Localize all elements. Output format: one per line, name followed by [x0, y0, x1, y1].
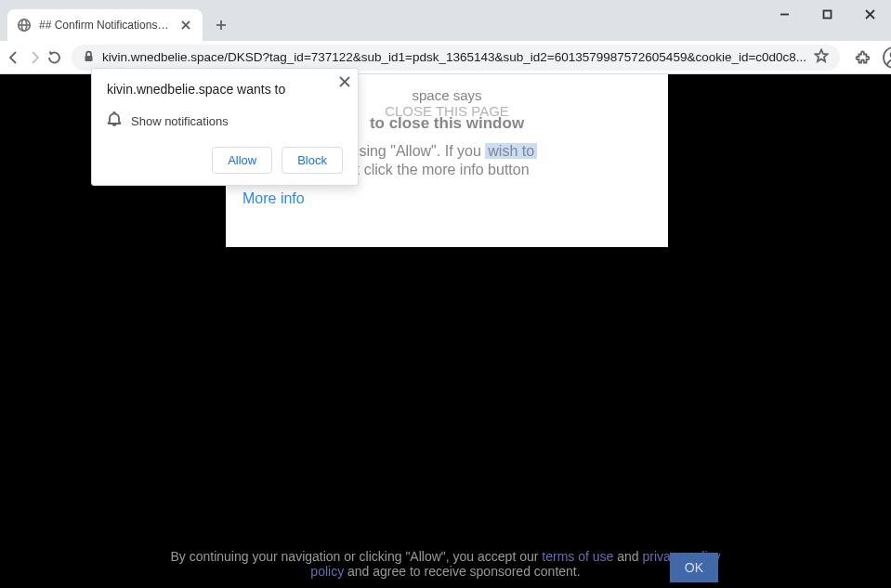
- address-bar[interactable]: kivin.wnedbelie.space/DKSD?tag_id=737122…: [72, 45, 840, 71]
- svg-rect-1: [823, 10, 831, 18]
- minimize-button[interactable]: [763, 0, 806, 28]
- svg-marker-12: [816, 49, 828, 61]
- footer-pre: By continuing your navigation or clickin…: [170, 549, 542, 564]
- block-button[interactable]: Block: [282, 147, 343, 174]
- dialog-highlight: wish to: [485, 143, 537, 159]
- footer-and: and: [613, 549, 642, 564]
- more-info-link[interactable]: More info: [242, 190, 305, 207]
- globe-icon: [17, 18, 32, 33]
- url-text: kivin.wnedbelie.space/DKSD?tag_id=737122…: [102, 50, 806, 64]
- forward-button[interactable]: [26, 45, 43, 71]
- tab-title: ## Confirm Notifications ##: [39, 19, 171, 32]
- back-button[interactable]: [6, 45, 22, 71]
- popup-label: Show notifications: [131, 114, 229, 128]
- close-window-button[interactable]: [848, 0, 891, 28]
- extensions-icon[interactable]: [849, 45, 875, 71]
- popup-title: kivin.wnedbelie.space wants to: [107, 82, 343, 97]
- lock-icon: [83, 49, 95, 66]
- bookmark-star-icon[interactable]: [814, 48, 829, 67]
- notification-permission-popup: kivin.wnedbelie.space wants to Show noti…: [91, 68, 359, 186]
- reload-button[interactable]: [46, 45, 62, 71]
- browser-tab[interactable]: ## Confirm Notifications ##: [7, 9, 203, 41]
- bell-icon: [107, 111, 122, 130]
- allow-button[interactable]: Allow: [212, 147, 272, 174]
- ok-button[interactable]: OK: [670, 553, 718, 582]
- new-tab-button[interactable]: [208, 12, 234, 38]
- tab-close-icon[interactable]: [178, 18, 193, 33]
- maximize-button[interactable]: [806, 0, 848, 28]
- terms-link[interactable]: terms of use: [542, 549, 613, 564]
- svg-rect-11: [85, 56, 93, 61]
- privacy-link-2[interactable]: policy: [310, 564, 344, 579]
- popup-close-icon[interactable]: [339, 74, 350, 91]
- titlebar: [0, 0, 891, 7]
- footer-line2: and agree to receive sponsored content.: [344, 564, 581, 579]
- tabstrip: ## Confirm Notifications ##: [0, 7, 891, 41]
- profile-avatar[interactable]: [881, 45, 891, 71]
- cookie-footer: By continuing your navigation or clickin…: [0, 549, 891, 579]
